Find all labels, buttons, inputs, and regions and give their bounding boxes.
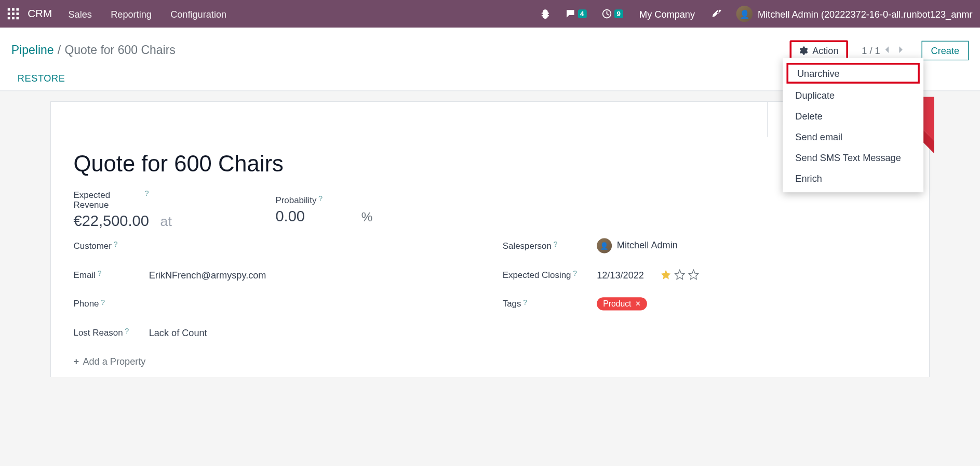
plus-icon: + [74, 356, 79, 367]
create-button[interactable]: Create [921, 41, 969, 60]
nav-sales[interactable]: Sales [69, 8, 92, 19]
activities-icon[interactable]: 9 [601, 9, 623, 19]
priority-stars[interactable] [660, 269, 699, 281]
svg-rect-0 [8, 8, 10, 11]
add-property-button[interactable]: + Add a Property [74, 356, 478, 367]
top-navbar: CRM Sales Reporting Configuration 4 9 My… [0, 0, 980, 28]
pager-prev[interactable] [882, 45, 891, 56]
debug-icon[interactable] [540, 9, 550, 19]
tag-product[interactable]: Product✕ [597, 297, 647, 310]
restore-button[interactable]: RESTORE [18, 73, 65, 84]
company-selector[interactable]: My Company [639, 8, 695, 19]
user-name: Mitchell Admin (20222372-16-0-all.runbot… [758, 8, 973, 19]
probability-value[interactable]: 0.00 [275, 207, 305, 225]
gear-icon [799, 46, 809, 55]
phone-label: Phone? [74, 299, 149, 309]
email-label: Email? [74, 270, 149, 279]
expected-closing-value[interactable]: 12/13/2022 [597, 269, 644, 280]
app-brand[interactable]: CRM [28, 8, 52, 20]
star-2-icon[interactable] [674, 269, 686, 281]
probability-label: Probability? [275, 195, 351, 205]
pager-value[interactable]: 1 / 1 [862, 45, 880, 56]
action-duplicate[interactable]: Duplicate [783, 85, 923, 105]
pager-next[interactable] [896, 45, 905, 56]
discuss-badge: 4 [578, 9, 586, 18]
star-3-icon[interactable] [688, 269, 700, 281]
breadcrumb-current: Quote for 600 Chairs [64, 43, 175, 57]
breadcrumb-separator: / [58, 43, 61, 57]
pct-symbol: % [361, 210, 373, 224]
activities-badge: 9 [614, 9, 623, 18]
action-delete[interactable]: Delete [783, 105, 923, 126]
action-dropdown-menu: Unarchive Duplicate Delete Send email Se… [783, 58, 923, 192]
star-1-icon[interactable] [660, 269, 672, 281]
lost-reason-value[interactable]: Lack of Count [149, 327, 207, 338]
salesperson-avatar-icon: 👤 [597, 238, 612, 253]
tags-label: Tags? [503, 299, 597, 309]
expected-revenue-value[interactable]: €22,500.00 [74, 212, 149, 230]
expected-closing-label: Expected Closing? [503, 270, 597, 279]
salesperson-value[interactable]: 👤Mitchell Admin [597, 238, 678, 253]
tag-remove-icon[interactable]: ✕ [635, 299, 641, 308]
action-send-email[interactable]: Send email [783, 126, 923, 147]
breadcrumb: Pipeline / Quote for 600 Chairs [11, 43, 176, 57]
user-menu[interactable]: 👤 Mitchell Admin (20222372-16-0-all.runb… [736, 6, 973, 22]
action-enrich[interactable]: Enrich [783, 168, 923, 189]
svg-rect-6 [8, 17, 10, 20]
svg-rect-8 [16, 17, 19, 20]
salesperson-label: Salesperson? [503, 241, 597, 250]
svg-rect-2 [16, 8, 19, 11]
breadcrumb-root[interactable]: Pipeline [11, 43, 54, 57]
svg-rect-3 [8, 12, 10, 15]
at-label: at [160, 214, 172, 230]
apps-grid-icon[interactable] [8, 8, 19, 20]
tools-icon[interactable] [711, 8, 722, 20]
nav-reporting[interactable]: Reporting [111, 8, 152, 19]
svg-rect-4 [12, 12, 15, 15]
customer-label: Customer? [74, 241, 149, 250]
action-button-label: Action [812, 45, 838, 56]
action-send-sms[interactable]: Send SMS Text Message [783, 147, 923, 168]
user-avatar-icon: 👤 [736, 6, 753, 22]
lost-reason-label: Lost Reason? [74, 327, 149, 337]
record-title[interactable]: Quote for 600 Chairs [74, 151, 907, 177]
svg-rect-5 [16, 12, 19, 15]
svg-rect-7 [12, 17, 15, 20]
nav-configuration[interactable]: Configuration [170, 8, 226, 19]
email-value[interactable]: ErikNFrench@armyspy.com [149, 269, 266, 280]
pager: 1 / 1 [862, 45, 908, 56]
svg-rect-1 [12, 8, 15, 11]
action-unarchive[interactable]: Unarchive [786, 63, 919, 84]
expected-revenue-label: Expected Revenue? [74, 190, 149, 210]
discuss-icon[interactable]: 4 [565, 9, 586, 19]
